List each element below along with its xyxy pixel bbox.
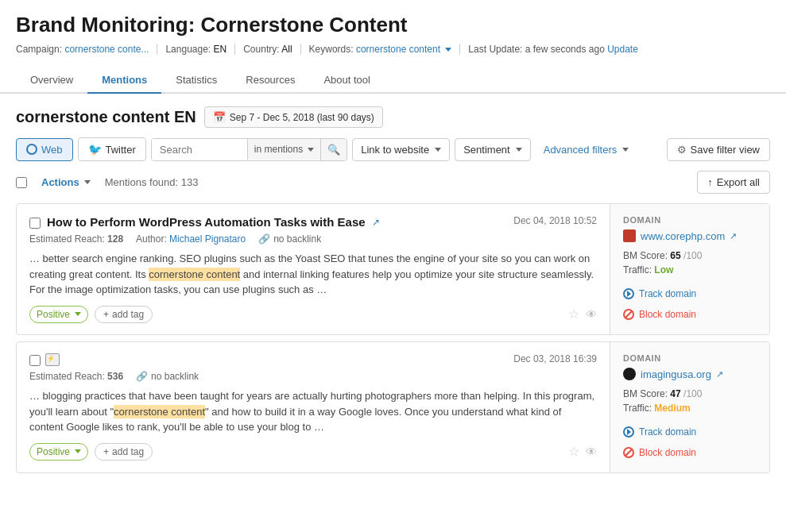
campaign-label: Campaign: <box>16 44 62 55</box>
keywords-value[interactable]: cornerstone content <box>356 44 440 55</box>
reach-value-2: 536 <box>107 371 123 382</box>
block-domain-button-1[interactable]: Block domain <box>623 306 757 323</box>
reach-label-2: Estimated Reach: 536 <box>29 371 123 382</box>
sentiment-dropdown-icon-2 <box>75 449 81 453</box>
domain-label-2: Domain <box>623 353 757 363</box>
tab-statistics[interactable]: Statistics <box>161 67 231 94</box>
export-all-button[interactable]: ↑ Export all <box>697 171 770 194</box>
link-to-website-button[interactable]: Link to website <box>352 138 450 161</box>
language-label: Language: <box>165 44 211 55</box>
link-to-website-label: Link to website <box>361 144 429 156</box>
reach-label-1: Estimated Reach: 128 <box>29 233 123 245</box>
campaign-name[interactable]: cornerstone conte... <box>64 44 149 55</box>
twitter-filter-label: Twitter <box>106 144 136 156</box>
block-domain-label-2: Block domain <box>639 447 696 458</box>
advanced-filters-caret-icon <box>622 148 629 152</box>
nav-tabs: Overview Mentions Statistics Resources A… <box>0 67 786 94</box>
sentiment-caret-icon <box>516 148 522 152</box>
actions-button[interactable]: Actions <box>35 173 97 191</box>
update-link[interactable]: Update <box>607 44 638 55</box>
add-tag-button-1[interactable]: + add tag <box>95 306 153 323</box>
track-domain-button-1[interactable]: Track domain <box>623 285 757 303</box>
gear-icon: ⚙ <box>677 144 687 156</box>
mention-text-2: … blogging practices that have been taug… <box>29 388 597 435</box>
section-title: cornerstone content EN <box>16 108 196 126</box>
highlight-1: cornerstone content <box>149 268 240 281</box>
page-title: Brand Monitoring: Cornerstone Content <box>16 13 770 37</box>
domain-link-1[interactable]: www.corephp.com <box>641 230 725 242</box>
last-update-value: a few seconds ago <box>525 44 605 55</box>
bm-score-max-1: /100 <box>681 250 703 261</box>
backlink-value-2: no backlink <box>151 371 199 382</box>
bm-score-value-1: 65 <box>670 250 680 261</box>
track-domain-button-2[interactable]: Track domain <box>623 423 757 441</box>
sentiment-button-1[interactable]: Positive <box>29 306 88 323</box>
star-icon-1[interactable]: ☆ <box>568 306 579 322</box>
domain-external-icon-1[interactable]: ↗ <box>730 231 737 241</box>
content-area: cornerstone content EN 📅 Sep 7 - Dec 5, … <box>0 94 786 492</box>
mention-header-2: Dec 03, 2018 16:39 <box>29 353 597 366</box>
tab-about-tool[interactable]: About tool <box>309 67 385 94</box>
domain-row-1: www.corephp.com ↗ <box>623 229 757 242</box>
link-dropdown-caret-icon <box>435 148 441 152</box>
add-tag-button-2[interactable]: + add tag <box>95 443 153 461</box>
mention-sidebar-2: Domain imagingusa.org ↗ BM Score: 47 /10… <box>610 342 769 472</box>
hide-icon-2[interactable]: 👁 <box>586 445 597 458</box>
backlink-icon-2: 🔗 <box>136 371 148 382</box>
save-filter-view-button[interactable]: ⚙ Save filter view <box>667 138 770 161</box>
mention-main-1: How to Perform WordPress Automation Task… <box>17 204 610 334</box>
hide-icon-1[interactable]: 👁 <box>586 308 597 321</box>
sidebar-actions-2: Track domain Block domain <box>623 423 757 461</box>
sidebar-actions-1: Track domain Block domain <box>623 285 757 323</box>
domain-external-icon-2[interactable]: ↗ <box>716 369 723 380</box>
keywords-dropdown-icon[interactable] <box>445 48 451 52</box>
save-filter-label: Save filter view <box>691 144 760 156</box>
sentiment-button-2[interactable]: Positive <box>29 443 88 461</box>
mention-checkbox-2[interactable] <box>29 355 41 366</box>
author-link-1[interactable]: Michael Pignataro <box>169 233 246 245</box>
block-domain-label-1: Block domain <box>639 309 696 320</box>
mention-main-2: Dec 03, 2018 16:39 Estimated Reach: 536 … <box>17 342 610 472</box>
actions-label: Actions <box>41 176 79 188</box>
mention-title-area-1: How to Perform WordPress Automation Task… <box>29 215 380 229</box>
twitter-filter-button[interactable]: 🐦 Twitter <box>78 137 146 161</box>
advanced-filters-button[interactable]: Advanced filters <box>536 139 637 160</box>
web-filter-button[interactable]: Web <box>16 138 73 161</box>
campaign-meta-update: Last Update: a few seconds ago Update <box>468 44 646 55</box>
tab-resources[interactable]: Resources <box>231 67 309 94</box>
star-icon-2[interactable]: ☆ <box>568 444 579 459</box>
campaign-meta: Campaign: cornerstone conte... Language:… <box>16 44 770 55</box>
add-tag-label-2: add tag <box>112 446 144 457</box>
tab-mentions[interactable]: Mentions <box>87 67 161 94</box>
track-domain-label-2: Track domain <box>639 426 696 438</box>
block-domain-button-2[interactable]: Block domain <box>623 444 757 461</box>
mention-card: How to Perform WordPress Automation Task… <box>16 203 770 335</box>
actions-row: Actions Mentions found: 133 ↑ Export all <box>16 171 770 194</box>
mention-meta-1: Estimated Reach: 128 Author: Michael Pig… <box>29 233 597 245</box>
domain-link-2[interactable]: imagingusa.org <box>641 368 711 380</box>
external-link-icon-1[interactable]: ↗ <box>372 217 380 228</box>
mention-header-1: How to Perform WordPress Automation Task… <box>29 215 597 229</box>
mention-checkbox-1[interactable] <box>29 218 41 229</box>
search-submit-button[interactable]: 🔍 <box>320 139 347 160</box>
search-scope-button[interactable]: in mentions <box>247 139 320 160</box>
sentiment-value-2: Positive <box>37 446 70 457</box>
search-input[interactable] <box>152 139 247 160</box>
mention-text-1: … better search engine ranking. SEO plug… <box>29 251 597 298</box>
date-range-button[interactable]: 📅 Sep 7 - Dec 5, 2018 (last 90 days) <box>204 106 383 128</box>
block-domain-icon-2 <box>623 447 634 458</box>
backlink-value-1: no backlink <box>273 233 321 245</box>
select-all-checkbox[interactable] <box>16 177 27 188</box>
mention-title-1[interactable]: How to Perform WordPress Automation Task… <box>47 215 366 229</box>
filter-buttons-row: Web 🐦 Twitter in mentions 🔍 Link to webs… <box>16 137 770 161</box>
sentiment-filter-button[interactable]: Sentiment <box>455 138 531 161</box>
author-label-1: Author: Michael Pignataro <box>136 233 246 245</box>
tab-overview[interactable]: Overview <box>16 67 87 94</box>
backlink-info-2: 🔗 no backlink <box>136 371 199 382</box>
track-domain-icon-2 <box>623 426 634 438</box>
mention-card-2: Dec 03, 2018 16:39 Estimated Reach: 536 … <box>16 341 770 473</box>
add-tag-plus-icon-1: + <box>103 309 109 320</box>
domain-favicon-1 <box>623 229 636 242</box>
twitter-icon: 🐦 <box>88 143 102 156</box>
mention-title-area-2 <box>29 353 60 366</box>
